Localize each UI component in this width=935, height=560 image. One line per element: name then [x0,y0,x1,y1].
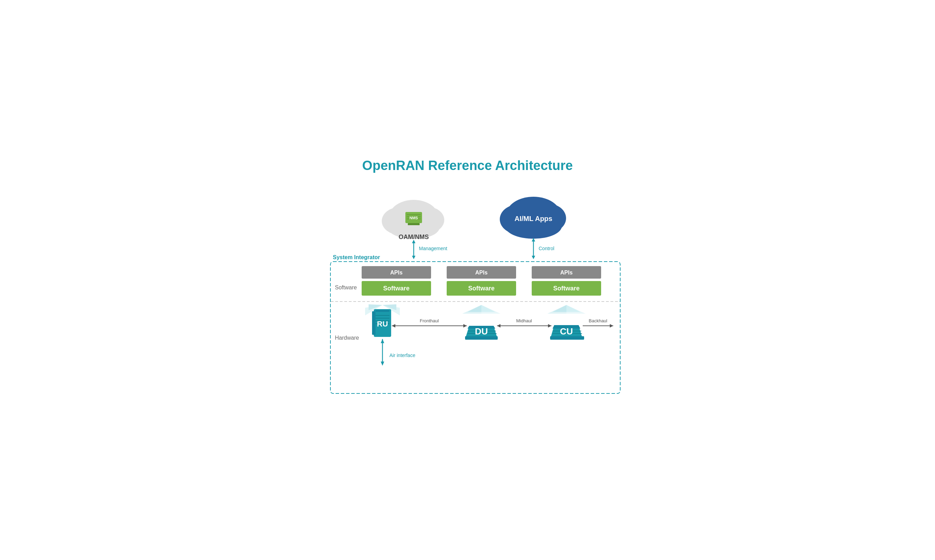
svg-marker-57 [392,324,395,328]
du-apis-label: APIs [475,269,488,275]
cu-software-label: Software [553,285,579,292]
ru-software-label: Software [383,285,410,292]
svg-marker-58 [463,324,467,328]
oam-cloud-group: NMS OAM/NMS [382,200,444,240]
diagram-container: OpenRAN Reference Architecture NMS OAM/N… [311,158,624,402]
main-title: OpenRAN Reference Architecture [311,158,624,173]
backhaul-label: Backhaul [588,318,607,323]
aiml-cloud-group: AI/ML Apps [500,197,566,239]
svg-rect-32 [372,311,376,335]
svg-marker-15 [412,256,416,259]
hardware-section-label: Hardware [335,335,359,341]
nms-icon-text: NMS [410,216,418,220]
aiml-label: AI/ML Apps [515,215,553,222]
svg-marker-66 [381,339,384,343]
architecture-diagram: NMS OAM/NMS AI/ML Apps Management Contro… [311,187,624,402]
du-unit-label: DU [475,326,488,337]
software-section-label: Software [335,285,357,291]
management-label: Management [419,246,447,251]
svg-marker-41 [481,305,501,314]
svg-rect-33 [376,310,390,312]
air-interface-label: Air interface [390,352,416,358]
svg-marker-65 [381,362,384,366]
oam-label: OAM/NMS [399,234,429,240]
svg-marker-61 [548,324,551,328]
ru-unit-label: RU [377,320,388,328]
svg-marker-40 [462,305,481,314]
control-label: Control [539,246,554,251]
svg-marker-60 [497,324,501,328]
svg-marker-63 [610,324,613,328]
svg-rect-55 [550,336,584,340]
midhaul-label: Midhaul [516,318,532,323]
svg-rect-8 [408,223,420,225]
du-software-label: Software [468,285,494,292]
svg-marker-18 [532,256,535,259]
system-integrator-label: System Integrator [333,254,380,260]
cu-apis-label: APIs [560,269,573,275]
svg-marker-49 [547,305,567,314]
svg-marker-50 [567,305,585,314]
fronthaul-label: Fronthaul [420,318,439,323]
svg-rect-46 [465,336,498,340]
cu-unit-label: CU [560,326,573,337]
ru-apis-label: APIs [390,269,403,275]
